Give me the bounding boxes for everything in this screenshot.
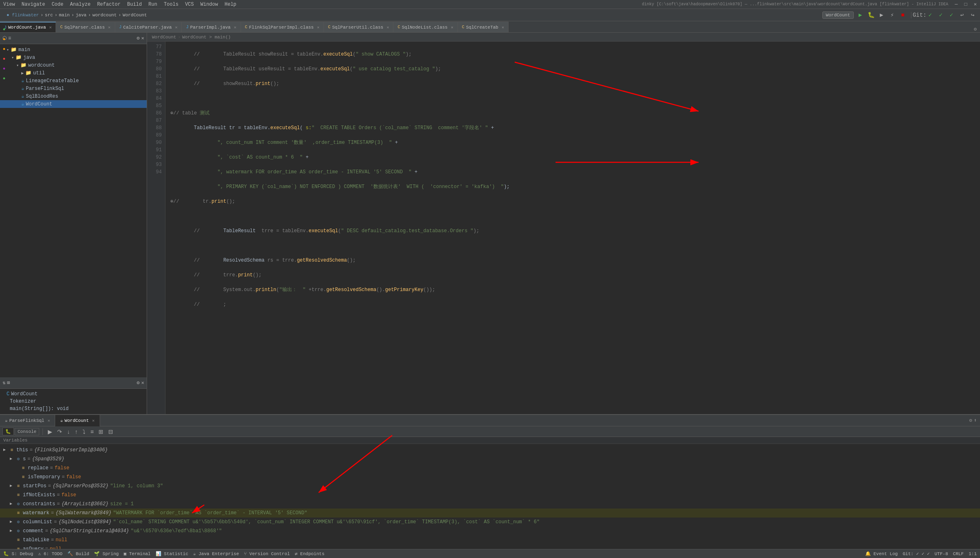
breadcrumb-main-method[interactable]: WordCount > main() xyxy=(182,35,231,40)
side-icon-4[interactable]: ● xyxy=(1,56,7,62)
tree-item-sqlbloodres[interactable]: ☕ SqlBloodRes xyxy=(0,92,147,100)
debug-item-columnlist[interactable]: ▶ ⊙ columnList = {SqlNodeList@3894} "`co… xyxy=(0,518,980,527)
maximize-btn[interactable]: □ xyxy=(964,2,967,7)
resume-btn[interactable]: ▶ xyxy=(46,428,54,436)
tab-close[interactable]: ✕ xyxy=(175,25,177,30)
undo-btn[interactable]: ↩ xyxy=(958,11,966,19)
sidebar-settings-icon[interactable]: ⚙ xyxy=(137,35,140,41)
stop-btn[interactable]: ■ xyxy=(899,11,907,19)
tab-sqlparserutil-class[interactable]: C SqlParserUtil.class ✕ xyxy=(324,22,393,32)
side-icon-5[interactable]: ● xyxy=(1,65,7,72)
tab-close[interactable]: ✕ xyxy=(317,25,319,30)
tree-item-util[interactable]: ▶ 📁 util xyxy=(0,69,147,77)
tree-item-wordcount-pkg[interactable]: ▾ 📁 wordcount xyxy=(0,61,147,69)
debug-item-this[interactable]: ▶ ≡ this = {FlinkSqlParserImpl@3406} xyxy=(0,446,980,455)
tree-item-java[interactable]: ▾ 📁 java xyxy=(0,54,147,61)
status-build[interactable]: 🔨 Build xyxy=(67,551,89,556)
close-btn[interactable]: ✕ xyxy=(974,1,977,7)
status-position[interactable]: 1:1 xyxy=(969,551,977,556)
status-endpoints[interactable]: ⇄ Endpoints xyxy=(295,551,325,556)
menu-tools[interactable]: Tools xyxy=(164,2,179,7)
tab-calciteparser-java[interactable]: J CalciteParser.java ✕ xyxy=(115,22,182,32)
console-tab[interactable]: Console xyxy=(15,428,39,435)
debug-item-replace[interactable]: ▶ ≡ replace = false xyxy=(0,464,980,473)
threads-btn[interactable]: ⊟ xyxy=(107,428,115,436)
tree-item-parseflinksql[interactable]: ☕ ParseFlinkSql xyxy=(0,85,147,92)
tab-close[interactable]: ✕ xyxy=(49,25,51,30)
status-event-log[interactable]: 🔔 Event Log xyxy=(865,551,898,556)
menu-build[interactable]: Build xyxy=(127,2,142,7)
tree-item-lineage[interactable]: ☕ LineageCreateTable xyxy=(0,77,147,85)
structure-main-method[interactable]: main(String[]): void xyxy=(3,405,143,412)
run-btn[interactable]: ▶ xyxy=(856,11,864,19)
status-debug[interactable]: 🐛 S: Debug xyxy=(3,551,33,556)
bottom-tab-parseflinksql[interactable]: ☕ ParseFlinkSql ✕ xyxy=(0,415,55,426)
step-out-btn[interactable]: ↑ xyxy=(73,428,79,436)
frames-btn[interactable]: ⊞ xyxy=(97,428,105,436)
step-over-btn[interactable]: ↷ xyxy=(56,428,64,436)
tab-close[interactable]: ✕ xyxy=(234,25,236,30)
debug-item-startpos[interactable]: ▶ ≡ startPos = {SqlParserPos@3532} "line… xyxy=(0,482,980,491)
menu-vcs[interactable]: VCS xyxy=(185,2,194,7)
status-java-enterprise[interactable]: ☕ Java Enterprise xyxy=(193,551,239,556)
code-container[interactable]: 77 78 79 80 81 82 83 84 85 86 87 88 89 9… xyxy=(147,42,980,414)
structure-tokenizer[interactable]: Tokenizer xyxy=(3,398,143,405)
tree-item-main[interactable]: ▾ 📁 main xyxy=(0,46,147,54)
tab-close[interactable]: ✕ xyxy=(451,25,453,30)
status-statistic[interactable]: 📊 Statistic xyxy=(156,551,188,556)
git-check2[interactable]: ✓ xyxy=(937,11,945,19)
debugger-tab[interactable]: 🐛 xyxy=(2,428,14,435)
debug-btn[interactable]: 🐛 xyxy=(867,11,875,19)
side-icon-3[interactable]: ● xyxy=(1,46,7,52)
tab-close[interactable]: ✕ xyxy=(502,25,504,30)
status-crlf[interactable]: CRLF xyxy=(953,551,964,556)
git-check3[interactable]: ✓ xyxy=(947,11,955,19)
settings-icon[interactable]: ⚙ xyxy=(974,26,977,32)
tab-flinksqlparserimpl-class[interactable]: C FlinkSqlParserImpl.class ✕ xyxy=(241,22,324,32)
bottom-settings-icon[interactable]: ⚙ xyxy=(969,417,972,424)
menu-code[interactable]: Code xyxy=(51,2,63,7)
menu-refactor[interactable]: Refactor xyxy=(97,2,121,7)
structure-close-icon[interactable]: ✕ xyxy=(141,380,144,386)
tab-close[interactable]: ✕ xyxy=(108,25,111,30)
bottom-tab-wordcount[interactable]: ☕ WordCount ✕ xyxy=(55,415,100,426)
breadcrumb-wordcount-file[interactable]: WordCount xyxy=(123,13,147,18)
menu-navigate[interactable]: Navigate xyxy=(22,2,45,7)
run-config-name[interactable]: WordCount xyxy=(822,11,854,19)
breadcrumb-wordcount-class[interactable]: WordCount xyxy=(152,35,176,40)
debug-item-tablelike[interactable]: ▶ ≡ tableLike = null xyxy=(0,536,980,545)
evaluate-btn[interactable]: ≡ xyxy=(89,428,95,436)
menu-help[interactable]: Help xyxy=(225,2,237,7)
breadcrumb-flinkwater[interactable]: ● flinkwater xyxy=(7,13,39,18)
status-git[interactable]: Git: ✓ ✓ ✓ xyxy=(903,551,930,556)
tab-wordcount-java[interactable]: J WordCount.java ✕ xyxy=(0,22,56,32)
wordcount-tab-close[interactable]: ✕ xyxy=(92,418,95,423)
menu-view[interactable]: View xyxy=(3,2,15,7)
debug-item-ifnotexists[interactable]: ▶ ≡ ifNotExists = false xyxy=(0,491,980,500)
structure-sort-icon[interactable]: ⇅ xyxy=(2,380,5,386)
minimize-btn[interactable]: — xyxy=(955,2,958,7)
coverage-btn[interactable]: ▶ xyxy=(877,11,886,19)
bottom-maximize-icon[interactable]: ⬆ xyxy=(974,417,977,424)
debug-item-asquery[interactable]: ▶ ≡ asQuery = null xyxy=(0,545,980,549)
tab-sqlnodelist-class[interactable]: C SqlNodeList.class ✕ xyxy=(393,22,458,32)
sidebar-collapse-icon[interactable]: ≡ xyxy=(8,36,11,41)
debug-item-istemporary[interactable]: ▶ ≡ isTemporary = false xyxy=(0,473,980,482)
profile-btn[interactable]: ⚡ xyxy=(888,11,896,19)
status-terminal[interactable]: ▣ Terminal xyxy=(124,551,151,556)
status-todo[interactable]: ⚠ 6: TODO xyxy=(38,551,62,556)
redo-btn[interactable]: ↪ xyxy=(969,11,977,19)
breadcrumb-main[interactable]: main xyxy=(59,13,69,18)
run-to-cursor-btn[interactable]: ⤵ xyxy=(81,428,87,436)
side-icon-6[interactable]: ● xyxy=(1,75,7,82)
debug-item-watermark[interactable]: ▶ ≡ watermark = {SqlWatermark@3849} "WAT… xyxy=(0,509,980,518)
side-icon-2[interactable]: ● xyxy=(1,36,7,43)
step-into-btn[interactable]: ↓ xyxy=(65,428,71,436)
debug-item-s[interactable]: ▶ ⊙ s = {Span@3529} xyxy=(0,455,980,464)
structure-expand-icon[interactable]: ⊞ xyxy=(7,380,10,386)
status-spring[interactable]: 🌱 Spring xyxy=(94,551,118,556)
breadcrumb-src[interactable]: src xyxy=(45,13,53,18)
status-version-control[interactable]: ⑂ Version Control xyxy=(244,551,290,556)
sidebar-close-icon[interactable]: ✕ xyxy=(141,35,144,41)
tab-sqlcreatetab[interactable]: C SqlCreateTab ✕ xyxy=(458,22,509,32)
